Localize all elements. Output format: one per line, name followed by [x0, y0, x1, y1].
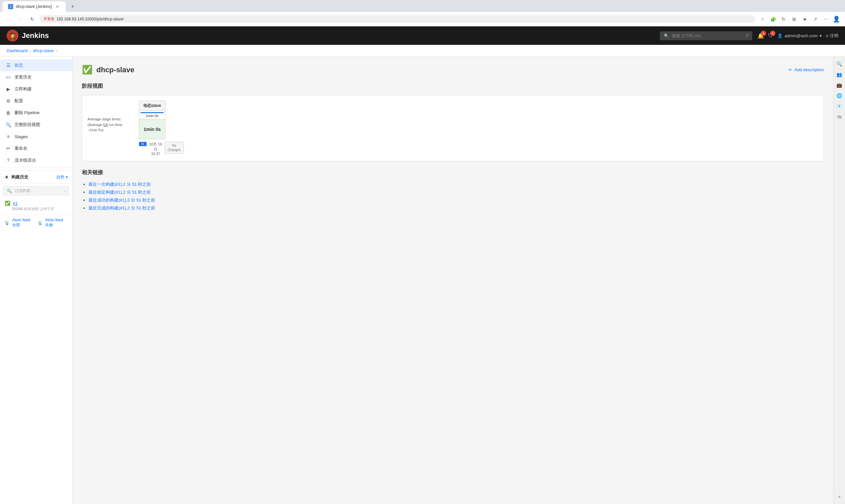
address-text: 192.168.93.145:32000/job/dhcp-slave/ — [56, 17, 124, 21]
profile-icon[interactable]: 👤 — [832, 15, 841, 24]
main-content: ✅ dhcp-slave ✏ Add description 阶段视图 Aver… — [73, 57, 833, 504]
no-changes-box: NoChanges — [165, 142, 184, 154]
stage-result-time: 1min 0s — [144, 127, 161, 132]
right-add-icon[interactable]: ＋ — [835, 492, 844, 501]
pipeline-syntax-icon: ? — [5, 157, 11, 163]
search-filter-icon: 🔍 — [7, 189, 12, 193]
related-links-title: 相关链接 — [82, 169, 824, 176]
right-users-icon[interactable]: 👥 — [835, 70, 844, 79]
security-shield[interactable]: 🛡 1 — [768, 33, 773, 39]
sidebar-item-delete[interactable]: 🗑 删除 Pipeline — [0, 107, 72, 119]
atom-feed-all-link[interactable]: Atom feed 全部 — [12, 218, 35, 228]
tab-title: dhcp-slave [Jenkins] — [16, 4, 52, 9]
build-badge[interactable]: #1 — [139, 142, 146, 146]
sidebar-changes-label: 变更历史 — [15, 74, 32, 80]
forward-button[interactable]: → — [16, 15, 25, 24]
right-globe-icon[interactable]: 🌐 — [835, 91, 844, 100]
right-briefcase-icon[interactable]: 💼 — [835, 80, 844, 90]
sidebar-icon[interactable]: ⊞ — [790, 15, 799, 24]
tab-favicon: J — [8, 4, 13, 9]
sidebar-build-history: ☀ 构建历史 趋势 ▾ 🔍 过滤构建... / ✅ #1 — [0, 167, 72, 234]
trend-dropdown-icon: ▾ — [66, 175, 68, 179]
stage-columns: 动态slave 1min 0s 1min 0s — [139, 101, 184, 156]
right-search-icon[interactable]: 🔍 — [835, 59, 844, 69]
active-tab[interactable]: J dhcp-slave [Jenkins] ✕ — [3, 1, 66, 12]
save-icon[interactable]: ★ — [800, 15, 809, 24]
tab-close-button[interactable]: ✕ — [54, 4, 60, 10]
breadcrumb-job[interactable]: dhcp-slave — [33, 48, 54, 53]
reload-button[interactable]: ↻ — [28, 15, 37, 24]
back-button[interactable]: ← — [4, 15, 13, 24]
status-icon: ☰ — [5, 62, 11, 68]
more-icon[interactable]: ⋯ — [821, 15, 830, 24]
user-icon: 👤 — [777, 33, 782, 38]
build-item-row: ✅ #1 — [5, 200, 68, 206]
edit-icon: ✏ — [789, 67, 792, 72]
sidebar-status-label: 状态 — [15, 62, 23, 68]
sidebar-rename-label: 重命名 — [15, 145, 28, 151]
stage-avg-label: Average stage times: (Average full run t… — [87, 101, 134, 133]
stages-icon: ≡ — [5, 133, 11, 140]
build-date-time: 15:37 — [149, 152, 162, 156]
sidebar-item-config[interactable]: ⚙ 配置 — [0, 95, 72, 107]
user-menu[interactable]: 👤 admin@wzh.com ▾ — [777, 33, 822, 38]
address-bar[interactable]: 不安全 192.168.93.145:32000/job/dhcp-slave/ — [40, 15, 755, 23]
atom-feed-fail-link[interactable]: Atom feed 失败 — [45, 218, 68, 228]
breadcrumb-sep1: › — [30, 48, 31, 53]
build-date-info: 10月 19 日 15:37 — [149, 142, 162, 156]
right-panel-bottom: ＋ — [835, 492, 844, 501]
jenkins-search-bar[interactable]: 🔍 ? — [660, 31, 752, 40]
user-dropdown-icon: ▾ — [820, 33, 822, 38]
search-help-icon[interactable]: ? — [746, 33, 748, 38]
sidebar-item-stages[interactable]: ≡ Stages — [0, 131, 72, 143]
sidebar-full-stage-label: 完整阶段视图 — [15, 122, 40, 128]
build-history-header: ☀ 构建历史 趋势 ▾ — [0, 171, 72, 184]
build-number-link[interactable]: #1 — [13, 201, 17, 206]
new-tab-button[interactable]: + — [66, 1, 80, 12]
sidebar-item-rename[interactable]: ✏ 重命名 — [0, 143, 72, 155]
security-warning: 不安全 — [43, 17, 54, 21]
stage-view-container: Average stage times: (Average full run t… — [82, 95, 824, 161]
build-history-item[interactable]: ✅ #1 2024年10月19日 上午7:37 — [0, 198, 72, 214]
rss-icon-fail: 📡 — [38, 221, 42, 225]
trend-label: 趋势 — [56, 175, 64, 180]
header-right: 🔔 1 🛡 1 👤 admin@wzh.com ▾ ⎋ 注销 — [758, 33, 839, 39]
breadcrumb-dashboard[interactable]: Dashboard — [6, 48, 28, 53]
build-filter-input[interactable]: 🔍 过滤构建... / — [3, 186, 69, 195]
breadcrumb: Dashboard › dhcp-slave › — [0, 45, 845, 57]
refresh-icon[interactable]: ↻ — [779, 15, 788, 24]
rss-icon-all: 📡 — [5, 221, 10, 225]
extensions-icon[interactable]: 🧩 — [769, 15, 778, 24]
list-item: 最近稳定构建(#1),2 分 51 秒之前 — [88, 189, 824, 195]
sidebar-item-changes[interactable]: <> 变更历史 — [0, 71, 72, 83]
search-input[interactable] — [672, 33, 742, 38]
filter-shortcut: / — [64, 189, 65, 193]
sidebar-item-pipeline-syntax[interactable]: ? 流水线语法 — [0, 155, 72, 166]
jenkins-logo[interactable]: 🤵 Jenkins — [6, 30, 49, 41]
page-title-row: ✅ dhcp-slave ✏ Add description — [82, 65, 824, 75]
jenkins-logo-icon: 🤵 — [6, 30, 18, 41]
bookmark-icon[interactable]: ☆ — [758, 15, 767, 24]
right-panel: 🔍 👥 💼 🌐 📧 🛍 ＋ — [833, 57, 845, 504]
right-outlook-icon[interactable]: 📧 — [835, 102, 844, 111]
right-store-icon[interactable]: 🛍 — [835, 112, 844, 121]
trend-button[interactable]: 趋势 ▾ — [56, 175, 68, 180]
logout-button[interactable]: ⎋ 注销 — [826, 33, 839, 39]
sidebar-item-full-stage[interactable]: 🔍 完整阶段视图 — [0, 119, 72, 131]
stable-build-link[interactable]: 最近稳定构建(#1),2 分 51 秒之前 — [88, 190, 151, 195]
avg-full-link[interactable]: full — [103, 123, 108, 127]
sidebar-pipeline-syntax-label: 流水线语法 — [15, 157, 36, 163]
stage-result-box[interactable]: 1min 0s — [139, 120, 165, 139]
sidebar-item-status[interactable]: ☰ 状态 — [0, 59, 72, 71]
tab-add-icon[interactable]: + — [71, 3, 75, 10]
stage-time-value: 1min 0s — [146, 114, 159, 118]
completed-build-link[interactable]: 最近完成的构建(#1),2 分 51 秒之前 — [88, 205, 155, 211]
sidebar-stages-label: Stages — [15, 134, 28, 139]
successful-build-link[interactable]: 最近成功的构建(#1),2 分 51 秒之前 — [88, 198, 155, 202]
sidebar-item-build-now[interactable]: ▶ 立即构建 — [0, 83, 72, 95]
add-description-button[interactable]: ✏ Add description — [789, 67, 824, 72]
notification-bell[interactable]: 🔔 1 — [758, 33, 764, 39]
list-item: 最近成功的构建(#1),2 分 51 秒之前 — [88, 197, 824, 203]
recent-build-link[interactable]: 最近一次构建(#1),2 分 51 秒之前 — [88, 182, 151, 187]
share-icon[interactable]: ↗ — [811, 15, 820, 24]
